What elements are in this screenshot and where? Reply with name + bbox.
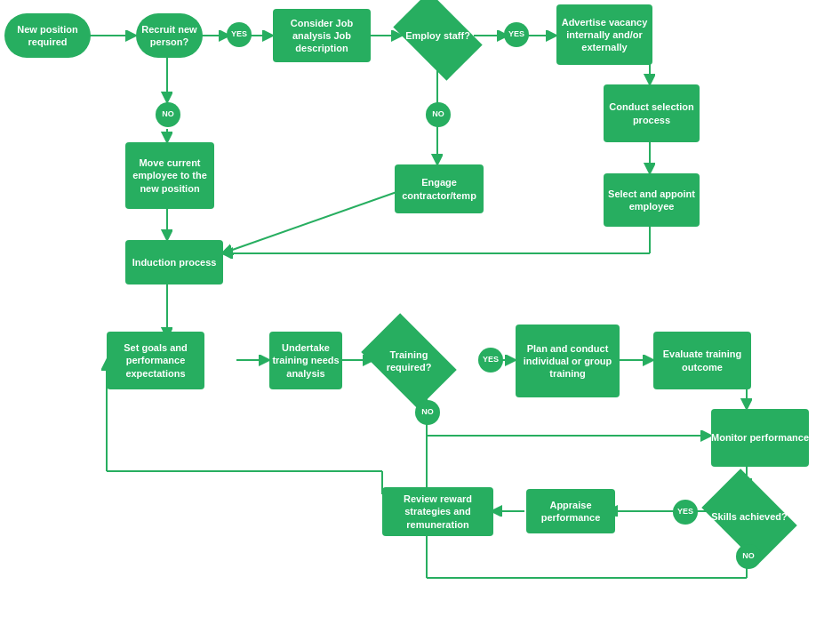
skills-node: Skills achieved? — [709, 489, 789, 544]
yes4-node: YES — [673, 500, 698, 525]
flowchart: New position required Recruit new person… — [0, 0, 840, 617]
engage-node: Engage contractor/temp — [395, 164, 484, 213]
review-node: Review reward strategies and remuneratio… — [382, 487, 493, 536]
recruit-node: Recruit new person? — [136, 13, 203, 58]
yes2-node: YES — [504, 22, 529, 47]
yes1-node: YES — [227, 22, 252, 47]
employ-node: Employ staff? — [400, 11, 476, 61]
advertise-node: Advertise vacancy internally and/or exte… — [556, 4, 652, 65]
select-appoint-node: Select and appoint employee — [604, 173, 700, 227]
training-req-node: Training required? — [369, 333, 449, 389]
conduct-selection-node: Conduct selection process — [604, 84, 700, 142]
no1-node: NO — [156, 102, 180, 127]
no4-node: NO — [736, 544, 761, 569]
plan-conduct-node: Plan and conduct individual or group tra… — [516, 325, 620, 397]
consider-node: Consider Job analysis Job description — [273, 9, 371, 62]
evaluate-node: Evaluate training outcome — [653, 332, 751, 389]
new-position-node: New position required — [4, 13, 91, 58]
appraise-node: Appraise performance — [526, 489, 615, 533]
svg-line-13 — [222, 191, 399, 253]
induction-node: Induction process — [125, 240, 223, 284]
yes3-node: YES — [478, 348, 503, 373]
set-goals-node: Set goals and performance expectations — [107, 332, 204, 389]
move-employee-node: Move current employee to the new positio… — [125, 142, 214, 209]
no2-node: NO — [426, 102, 451, 127]
undertake-node: Undertake training needs analysis — [269, 332, 342, 389]
monitor-node: Monitor performance — [711, 409, 809, 467]
no3-node: NO — [415, 400, 440, 425]
